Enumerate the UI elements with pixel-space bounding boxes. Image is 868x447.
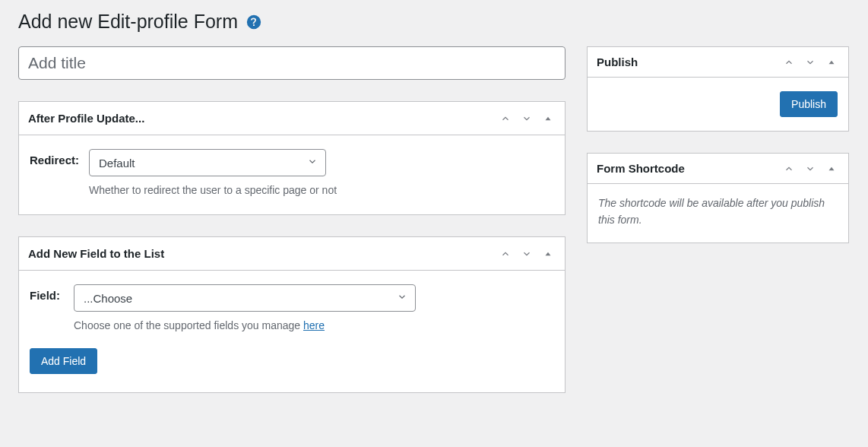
field-select[interactable]: ...Choose [74, 284, 416, 312]
publish-box: Publish Publish [587, 46, 849, 132]
manage-fields-link[interactable]: here [303, 319, 325, 331]
redirect-label: Redirect: [30, 149, 81, 166]
move-down-icon[interactable] [803, 55, 818, 70]
after-profile-update-box: After Profile Update... Redirect: Defaul… [18, 101, 565, 215]
shortcode-note: The shortcode will be available after yo… [598, 195, 838, 229]
redirect-select[interactable]: Default [89, 149, 326, 176]
chevron-down-icon [307, 157, 318, 170]
toggle-panel-icon[interactable] [540, 246, 556, 262]
redirect-select-value: Default [99, 157, 135, 170]
move-up-icon[interactable] [498, 246, 513, 262]
add-field-button[interactable]: Add Field [30, 348, 97, 374]
move-down-icon[interactable] [519, 246, 534, 262]
help-icon[interactable] [246, 14, 262, 30]
field-hint: Choose one of the supported fields you m… [74, 319, 554, 331]
move-down-icon[interactable] [803, 161, 818, 176]
after-update-heading: After Profile Update... [28, 112, 144, 125]
move-up-icon[interactable] [781, 161, 797, 176]
form-shortcode-box: Form Shortcode The shortcode will be ava… [587, 153, 849, 243]
form-shortcode-heading: Form Shortcode [597, 162, 685, 175]
toggle-panel-icon[interactable] [824, 161, 839, 176]
add-field-heading: Add New Field to the List [28, 247, 164, 260]
field-select-value: ...Choose [84, 292, 132, 305]
toggle-panel-icon[interactable] [824, 55, 839, 70]
page-title: Add new Edit-profile Form [18, 11, 238, 33]
toggle-panel-icon[interactable] [540, 111, 556, 126]
publish-heading: Publish [597, 55, 638, 68]
move-up-icon[interactable] [498, 111, 513, 126]
move-down-icon[interactable] [519, 111, 534, 126]
publish-button[interactable]: Publish [780, 91, 838, 117]
field-label: Field: [30, 284, 66, 302]
move-up-icon[interactable] [781, 55, 797, 70]
chevron-down-icon [397, 292, 407, 305]
redirect-hint: Whether to redirect the user to a specif… [89, 184, 554, 196]
add-new-field-box: Add New Field to the List Field: ...Choo… [18, 236, 565, 393]
form-title-input[interactable] [18, 46, 565, 80]
